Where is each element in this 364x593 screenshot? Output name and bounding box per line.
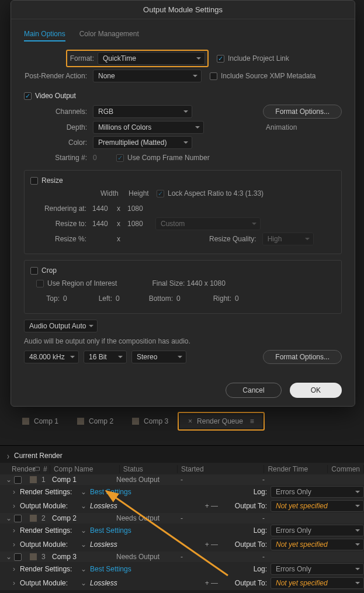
queue-item-started: - bbox=[181, 514, 262, 522]
audio-format-options-button[interactable]: Format Options... bbox=[263, 350, 342, 364]
color-select[interactable]: Premultiplied (Matted) bbox=[93, 136, 192, 149]
color-label: Color: bbox=[24, 138, 93, 147]
chevron-right-icon[interactable] bbox=[13, 540, 20, 549]
queue-item-status: Needs Output bbox=[116, 514, 181, 522]
render-checkbox[interactable] bbox=[14, 515, 22, 522]
twirl-icon[interactable] bbox=[77, 540, 90, 549]
channels-label: Channels: bbox=[24, 107, 93, 116]
twirl-icon[interactable] bbox=[77, 579, 90, 587]
format-label: Format: bbox=[70, 54, 98, 63]
log-select[interactable]: Errors Only bbox=[271, 563, 364, 575]
checkbox-icon bbox=[30, 267, 38, 275]
chevron-right-icon bbox=[7, 452, 9, 460]
chevron-right-icon[interactable] bbox=[13, 565, 20, 573]
panel-tab-comp-3[interactable]: Comp 3 bbox=[123, 414, 178, 429]
depth-select[interactable]: Millions of Colors bbox=[93, 121, 204, 134]
crop-checkbox[interactable]: Crop bbox=[30, 266, 335, 275]
chevron-down-icon[interactable] bbox=[4, 476, 14, 484]
video-format-options-button[interactable]: Format Options... bbox=[263, 105, 342, 119]
add-output-button[interactable]: + — bbox=[203, 502, 220, 510]
audio-rate-select[interactable]: 48.000 kHz bbox=[24, 351, 79, 363]
log-label: Log: bbox=[226, 565, 267, 573]
twirl-icon[interactable] bbox=[77, 526, 90, 535]
audio-channels-select[interactable]: Stereo bbox=[131, 351, 186, 363]
queue-item-number: 3 bbox=[41, 553, 52, 561]
label-swatch-icon[interactable] bbox=[30, 515, 37, 522]
audio-bits-select[interactable]: 16 Bit bbox=[84, 351, 127, 363]
cancel-button[interactable]: Cancel bbox=[226, 383, 281, 398]
output-module-row: Output Module: Lossless + — Output To: N… bbox=[0, 499, 364, 513]
chevron-right-icon[interactable] bbox=[13, 579, 20, 587]
log-select[interactable]: Errors Only bbox=[271, 525, 364, 536]
resize-custom-select: Custom bbox=[155, 217, 261, 230]
render-settings-row: Render Settings: Best Settings Log: Erro… bbox=[0, 523, 364, 537]
chevron-down-icon[interactable] bbox=[4, 514, 14, 522]
output-to-select[interactable]: Not yet specified bbox=[271, 577, 364, 589]
panel-tab-render-queue[interactable]: × Render Queue ≡ bbox=[180, 414, 262, 428]
render-queue-list: 1 Comp 1 Needs Output - - Render Setting… bbox=[0, 474, 364, 590]
checkbox-icon bbox=[36, 280, 44, 287]
label-swatch-icon[interactable] bbox=[30, 476, 37, 483]
panel-menu-icon[interactable]: ≡ bbox=[250, 417, 254, 425]
chevron-right-icon[interactable] bbox=[13, 502, 20, 510]
output-to-label: Output To: bbox=[226, 502, 267, 510]
post-render-action-select[interactable]: None bbox=[93, 70, 202, 82]
render-checkbox[interactable] bbox=[14, 476, 22, 484]
queue-item-header[interactable]: 1 Comp 1 Needs Output - - bbox=[0, 474, 364, 485]
output-module-label: Output Module: bbox=[20, 540, 77, 549]
depth-label: Depth: bbox=[24, 123, 93, 131]
render-settings-link[interactable]: Best Settings bbox=[90, 526, 131, 535]
tab-main-options[interactable]: Main Options bbox=[24, 27, 65, 41]
render-checkbox[interactable] bbox=[14, 553, 22, 561]
checkbox-icon bbox=[116, 154, 124, 162]
comp-swatch-icon bbox=[132, 418, 139, 425]
queue-item-header[interactable]: 2 Comp 2 Needs Output - - bbox=[0, 513, 364, 523]
output-module-label: Output Module: bbox=[20, 502, 77, 510]
output-to-select[interactable]: Not yet specified bbox=[271, 539, 364, 550]
add-output-button[interactable]: + — bbox=[203, 540, 220, 549]
queue-item-render-time: - bbox=[262, 514, 265, 522]
queue-item-header[interactable]: 3 Comp 3 Needs Output - - bbox=[0, 552, 364, 562]
queue-item-comp-name: Comp 2 bbox=[52, 514, 116, 522]
dialog-title: Output Module Settings bbox=[11, 1, 355, 19]
close-icon[interactable]: × bbox=[188, 417, 192, 425]
chevron-right-icon[interactable] bbox=[13, 526, 20, 535]
log-select[interactable]: Errors Only bbox=[271, 486, 364, 498]
render-settings-label: Render Settings: bbox=[20, 488, 77, 496]
chevron-down-icon[interactable] bbox=[4, 553, 14, 561]
dialog-tabs: Main Options Color Management bbox=[24, 27, 342, 41]
render-settings-label: Render Settings: bbox=[20, 526, 77, 535]
audio-note: Audio will be output only if the composi… bbox=[24, 337, 342, 345]
ok-button[interactable]: OK bbox=[290, 383, 342, 398]
resize-checkbox[interactable]: Resize bbox=[30, 176, 335, 185]
render-settings-link[interactable]: Best Settings bbox=[90, 488, 131, 496]
render-settings-row: Render Settings: Best Settings Log: Erro… bbox=[0, 485, 364, 499]
resize-quality-select: High bbox=[262, 233, 314, 245]
chevron-right-icon[interactable] bbox=[13, 488, 20, 496]
render-queue-item: 3 Comp 3 Needs Output - - Render Setting… bbox=[0, 552, 364, 590]
video-output-checkbox[interactable]: Video Output bbox=[24, 92, 342, 100]
format-select[interactable]: QuickTime bbox=[98, 52, 205, 65]
render-settings-link[interactable]: Best Settings bbox=[90, 565, 131, 573]
channels-select[interactable]: RGB bbox=[93, 105, 192, 118]
codec-label: Animation bbox=[266, 123, 342, 131]
tab-color-management[interactable]: Color Management bbox=[79, 27, 139, 41]
checkbox-icon bbox=[30, 177, 38, 185]
twirl-icon[interactable] bbox=[77, 565, 90, 573]
panel-tab-comp-1[interactable]: Comp 1 bbox=[13, 414, 68, 429]
panel-tabs: Comp 1 Comp 2 Comp 3 × Render Queue ≡ bbox=[13, 412, 364, 430]
twirl-icon[interactable] bbox=[77, 488, 90, 496]
label-column-icon: 🏷 bbox=[29, 465, 40, 473]
output-module-link[interactable]: Lossless bbox=[90, 540, 117, 549]
output-module-link[interactable]: Lossless bbox=[90, 502, 117, 510]
add-output-button[interactable]: + — bbox=[203, 579, 220, 587]
audio-output-select[interactable]: Audio Output Auto bbox=[24, 320, 98, 332]
output-module-link[interactable]: Lossless bbox=[90, 579, 117, 587]
include-xmp-checkbox[interactable]: Include Source XMP Metadata bbox=[210, 72, 316, 80]
twirl-icon[interactable] bbox=[77, 502, 90, 510]
checkbox-icon bbox=[157, 190, 164, 197]
panel-tab-comp-2[interactable]: Comp 2 bbox=[68, 414, 123, 429]
include-project-link-checkbox[interactable]: Include Project Link bbox=[217, 54, 289, 63]
label-swatch-icon[interactable] bbox=[30, 553, 37, 560]
output-to-select[interactable]: Not yet specified bbox=[271, 500, 364, 512]
